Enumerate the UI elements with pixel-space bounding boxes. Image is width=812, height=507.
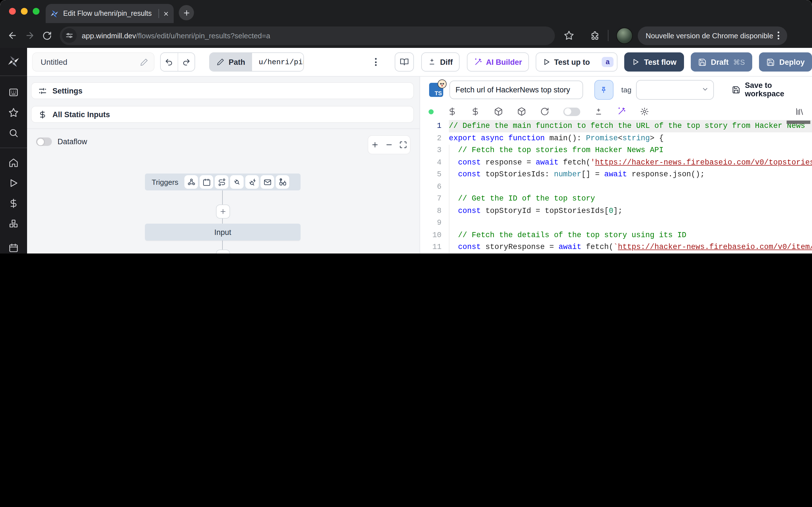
email-trigger-icon[interactable] [260,175,274,189]
redo-button[interactable] [178,53,195,71]
http-route-trigger-icon[interactable] [215,175,229,189]
package-icon[interactable] [494,107,503,116]
refresh-icon[interactable] [540,107,549,116]
editor-toolbar [420,104,812,119]
dataflow-label: Dataflow [57,137,87,146]
test-flow-label: Test flow [644,58,676,66]
triggers-node[interactable]: Triggers [145,173,301,190]
deploy-label: Deploy [779,58,805,66]
window-close-button[interactable] [9,8,16,15]
ai-builder-button[interactable]: AI Builder [467,52,529,71]
site-settings-icon[interactable] [62,28,77,43]
search-icon[interactable] [8,128,18,138]
reload-icon[interactable] [42,31,52,40]
chrome-menu-icon[interactable] [773,32,784,40]
favorites-star-icon[interactable] [8,108,18,118]
insert-step-button[interactable] [216,249,230,253]
resources-boxes-icon[interactable] [8,219,18,229]
runs-play-icon[interactable] [8,178,18,188]
flow-settings-row[interactable]: Settings [31,82,414,99]
undo-button[interactable] [161,53,178,71]
library-icon[interactable] [795,107,804,116]
fit-view-icon[interactable] [399,141,407,149]
variables-dollar-icon[interactable] [8,198,18,209]
browser-tab[interactable]: Edit Flow u/henri/pin_results [46,4,174,23]
plus-icon [183,9,190,17]
triggers-label: Triggers [152,178,178,186]
new-tab-button[interactable] [179,5,194,20]
save-to-workspace-label: Save to workspace [745,81,812,98]
path-button-group[interactable]: Path u/henri/pin [209,52,304,71]
address-bar[interactable]: app.windmill.dev/flows/edit/u/henri/pin_… [60,26,555,45]
code-editor[interactable]: 1// Define the main function to fetch th… [420,120,812,253]
editor-scrollbar[interactable] [786,121,810,124]
undo-redo-group [160,52,195,71]
forward-icon[interactable] [25,31,35,41]
zoom-in-icon[interactable] [371,141,379,149]
webhook-trigger-icon[interactable] [185,175,198,189]
profile-avatar[interactable] [616,27,633,44]
chrome-update-button[interactable]: Nouvelle version de Chrome disponible [638,26,787,45]
extensions-icon[interactable] [590,31,600,41]
test-flow-button[interactable]: Test flow [624,52,684,71]
play-icon [631,58,640,66]
windmill-logo[interactable] [7,55,20,68]
step-title-input[interactable] [449,80,583,99]
all-static-inputs-label: All Static Inputs [52,110,110,119]
window-minimize-button[interactable] [21,8,28,15]
flow-editor-topbar: Untitled Path u/henri/pin Diff AI Builde… [27,48,812,76]
tag-select[interactable] [636,80,714,100]
graph-zoom-controls [368,135,410,154]
package-icon[interactable] [517,107,526,116]
save-to-workspace-button[interactable]: Save to workspace [732,81,812,98]
save-icon [766,58,775,66]
flow-graph-panel: Settings All Static Inputs Dataflow Trig… [27,76,419,253]
edit-pencil-icon[interactable] [140,58,148,66]
more-options-icon[interactable] [371,58,382,66]
poll-watch-trigger-icon[interactable] [276,175,289,189]
websocket-trigger-icon[interactable] [230,175,244,189]
flow-name-field[interactable]: Untitled [32,52,154,71]
resources-dollar-icon[interactable] [471,107,480,116]
deploy-button[interactable]: Deploy [759,52,812,71]
test-up-to-label: Test up to [554,58,590,66]
window-zoom-button[interactable] [33,8,40,15]
update-label: Nouvelle version de Chrome disponible [646,31,773,40]
draft-button[interactable]: Draft ⌘S [691,52,752,71]
docs-book-button[interactable] [395,52,414,71]
home-icon[interactable] [8,158,18,168]
schedule-trigger-icon[interactable] [200,175,213,189]
test-up-to-button[interactable]: Test up to a [536,52,617,71]
graph-connector-line [222,190,223,253]
sliders-icon [38,87,47,95]
diff-icon[interactable] [594,107,603,116]
app-sidebar [0,48,27,253]
ai-wand-icon[interactable] [617,107,626,116]
editor-settings-gear-icon[interactable] [640,107,649,116]
editor-toggle[interactable] [563,107,580,116]
diff-button[interactable]: Diff [421,52,460,71]
emoji-face-icon [437,79,446,88]
magic-wand-icon [474,58,482,66]
kafka-trigger-icon[interactable] [245,175,259,189]
bookmark-star-icon[interactable] [564,31,574,41]
dollar-icon [38,110,47,119]
back-icon[interactable] [7,31,17,41]
tab-close-icon[interactable] [163,10,169,17]
insert-step-button[interactable] [216,205,230,219]
input-node[interactable]: Input [145,224,301,240]
edit-pencil-icon [217,58,225,66]
tag-label: tag [621,86,631,94]
path-button[interactable]: Path [210,53,252,71]
variables-dollar-icon[interactable] [448,107,457,116]
input-node-label: Input [214,228,231,236]
zoom-out-icon[interactable] [385,141,393,149]
dataflow-toggle-row: Dataflow [36,137,87,146]
url-text: app.windmill.dev/flows/edit/u/henri/pin_… [82,31,270,40]
schedules-calendar-icon[interactable] [8,243,18,253]
pin-toggle-button[interactable] [594,80,613,100]
ai-builder-label: AI Builder [486,58,522,66]
apps-icon[interactable] [8,87,18,98]
dataflow-toggle[interactable] [36,137,52,146]
all-static-inputs-row[interactable]: All Static Inputs [31,106,414,123]
